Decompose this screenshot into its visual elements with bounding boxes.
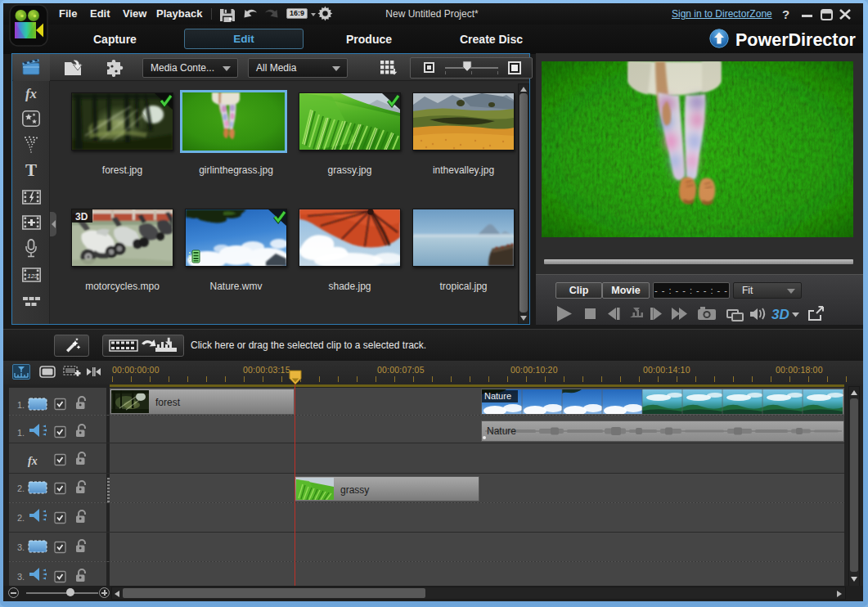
svg-text:2.: 2. (17, 513, 25, 523)
svg-text:1.: 1. (17, 400, 25, 410)
svg-text:123: 123 (27, 272, 38, 280)
svg-text:3D: 3D (75, 211, 88, 223)
svg-text:3D: 3D (771, 307, 789, 322)
svg-text:3.: 3. (17, 572, 25, 582)
svg-text:3.: 3. (17, 542, 25, 552)
svg-text:2.: 2. (17, 483, 25, 493)
svg-text:fx: fx (28, 455, 38, 467)
svg-text:1.: 1. (17, 428, 25, 438)
